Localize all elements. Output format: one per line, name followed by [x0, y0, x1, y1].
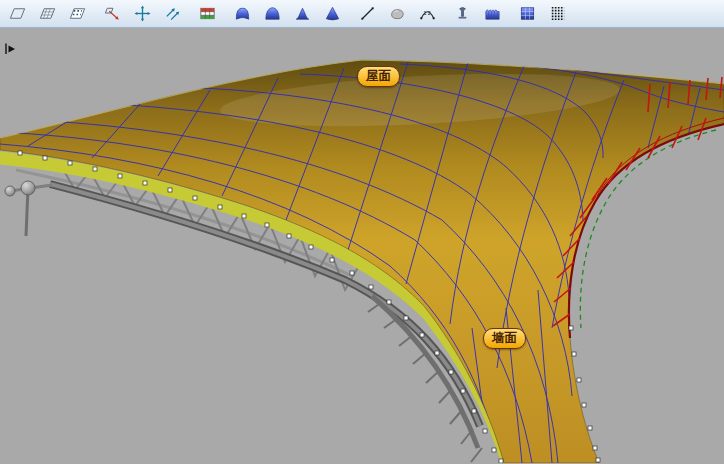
model-scene: [0, 28, 724, 463]
cone-surface-icon[interactable]: [321, 3, 343, 25]
mesh-surface-icon[interactable]: [36, 3, 58, 25]
arc-two-points-icon[interactable]: 1 2: [416, 3, 438, 25]
surface-points-icon[interactable]: [66, 3, 88, 25]
annotation-wall[interactable]: 墙面: [483, 328, 526, 349]
edit-points-icon[interactable]: [101, 3, 123, 25]
membrane-drape-icon[interactable]: [481, 3, 503, 25]
dome-surface-icon[interactable]: [261, 3, 283, 25]
project-points-icon[interactable]: [161, 3, 183, 25]
svg-text:1 2: 1 2: [423, 10, 430, 16]
draw-line-icon[interactable]: [356, 3, 378, 25]
patch-surface-icon[interactable]: [231, 3, 253, 25]
freeform-solid-icon[interactable]: [386, 3, 408, 25]
truss-node-ball: [5, 186, 15, 196]
truss-node-ball: [21, 181, 35, 195]
main-toolbar: 1 2: [0, 0, 724, 28]
toolbar-collapse-arrow[interactable]: [4, 42, 18, 56]
surface-plane-icon[interactable]: [6, 3, 28, 25]
anchor-pin-icon[interactable]: [451, 3, 473, 25]
grid-patch-icon[interactable]: [516, 3, 538, 25]
annotation-roof-label: 屋面: [366, 69, 391, 83]
annotation-roof[interactable]: 屋面: [357, 66, 400, 87]
annotation-wall-label: 墙面: [492, 331, 517, 345]
conic-surface-icon[interactable]: [291, 3, 313, 25]
mesh-colors-icon[interactable]: [196, 3, 218, 25]
point-matrix-icon[interactable]: [546, 3, 568, 25]
3d-viewport[interactable]: 屋面 墙面: [0, 28, 724, 463]
move-points-icon[interactable]: [131, 3, 153, 25]
